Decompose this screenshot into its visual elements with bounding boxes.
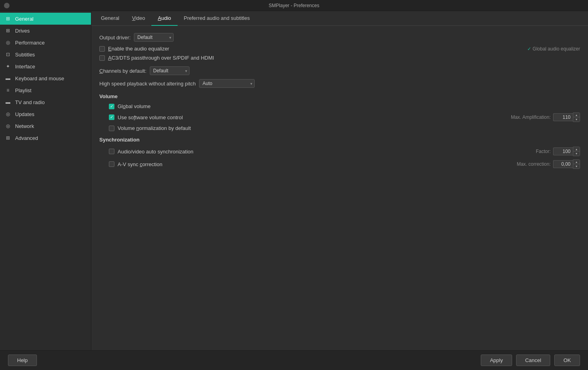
max-correction-spinbox: ▲ ▼ <box>553 159 580 169</box>
drives-icon: ⊞ <box>5 27 11 34</box>
sidebar-label-tv-radio: TV and radio <box>15 99 44 105</box>
ok-button[interactable]: OK <box>554 355 580 366</box>
tab-audio[interactable]: Audio <box>151 11 177 26</box>
sidebar-item-updates[interactable]: ◎ Updates <box>0 108 91 120</box>
sync-section-title: Synchronization <box>99 137 580 143</box>
sidebar-item-general[interactable]: ⊞ General <box>0 13 91 25</box>
sidebar-item-subtitles[interactable]: ⊡ Subtitles <box>0 48 91 60</box>
tab-bar: General Video Audio Preferred audio and … <box>91 11 588 26</box>
sidebar-label-general: General <box>15 16 33 22</box>
sidebar: ⊞ General ⊞ Drives ◎ Performance ⊡ Subti… <box>0 11 91 350</box>
channels-row: Channels by default: Default 2 4 6 <box>99 66 580 75</box>
max-correction-row: Max. correction: ▲ ▼ <box>517 159 580 169</box>
max-amp-input[interactable] <box>553 113 573 121</box>
sidebar-item-tv-radio[interactable]: ▬ TV and radio <box>0 96 91 108</box>
factor-up-button[interactable]: ▲ <box>573 147 580 151</box>
software-volume-label[interactable]: Use software volume control <box>118 114 183 120</box>
tab-preferred[interactable]: Preferred audio and subtitles <box>178 11 256 26</box>
updates-icon: ◎ <box>5 111 11 117</box>
factor-down-button[interactable]: ▼ <box>573 151 580 156</box>
apply-button[interactable]: Apply <box>481 355 512 366</box>
window-title: SMPlayer - Preferences <box>269 3 319 8</box>
ac3-label[interactable]: AC3/DTS passthrough over S/PDIF and HDMI <box>108 55 214 61</box>
sidebar-label-network: Network <box>15 123 34 129</box>
channels-select-wrapper: Default 2 4 6 <box>150 66 190 75</box>
global-audio-checkmark: ✓ <box>527 46 531 52</box>
auto-sync-row: Audio/video auto synchronization Factor:… <box>99 147 580 156</box>
auto-sync-label[interactable]: Audio/video auto synchronization <box>118 149 193 155</box>
normalization-checkbox[interactable] <box>109 126 114 131</box>
sidebar-label-playlist: Playlist <box>15 87 31 93</box>
pitch-select[interactable]: Auto Yes No <box>199 79 255 88</box>
av-sync-row: A-V sync correction Max. correction: ▲ ▼ <box>99 159 580 169</box>
auto-sync-checkbox-row: Audio/video auto synchronization <box>109 149 193 155</box>
software-volume-checkbox[interactable] <box>109 114 114 120</box>
output-driver-select-wrapper: Default pulse alsa oss <box>134 33 174 42</box>
enable-equalizer-label[interactable]: Enable the audio equalizer <box>108 46 169 52</box>
audio-tab-content: Output driver: Default pulse alsa oss En… <box>91 26 588 350</box>
factor-input[interactable] <box>553 147 573 155</box>
tab-video[interactable]: Video <box>126 11 151 26</box>
ac3-checkbox-row: AC3/DTS passthrough over S/PDIF and HDMI <box>99 55 580 61</box>
tv-radio-icon: ▬ <box>5 99 11 105</box>
sidebar-item-network[interactable]: ◎ Network <box>0 120 91 132</box>
action-buttons: Apply Cancel OK <box>481 355 580 366</box>
normalization-label[interactable]: Volume normalization by default <box>118 125 191 131</box>
sidebar-item-drives[interactable]: ⊞ Drives <box>0 25 91 37</box>
factor-spinbox-buttons: ▲ ▼ <box>573 147 580 156</box>
global-volume-row: Global volume <box>109 103 580 109</box>
titlebar: SMPlayer - Preferences <box>0 0 588 11</box>
sidebar-item-keyboard[interactable]: ▬ Keyboard and mouse <box>0 72 91 84</box>
sidebar-label-subtitles: Subtitles <box>15 52 35 58</box>
general-icon: ⊞ <box>5 15 11 22</box>
max-amp-spinbox-buttons: ▲ ▼ <box>573 112 580 122</box>
enable-equalizer-checkbox[interactable] <box>99 46 105 52</box>
pitch-select-wrapper: Auto Yes No <box>199 79 255 88</box>
max-correction-spinbox-buttons: ▲ ▼ <box>573 159 580 169</box>
sidebar-item-playlist[interactable]: ≡ Playlist <box>0 84 91 96</box>
advanced-icon: ⊞ <box>5 135 11 141</box>
help-button[interactable]: Help <box>8 355 37 366</box>
ac3-checkbox[interactable] <box>99 55 105 61</box>
av-sync-checkbox-row: A-V sync correction <box>109 161 162 167</box>
global-volume-label[interactable]: Global volume <box>118 103 151 109</box>
content-panel: General Video Audio Preferred audio and … <box>91 11 588 350</box>
channels-select[interactable]: Default 2 4 6 <box>150 66 190 75</box>
pitch-row: High speed playback without altering pit… <box>99 79 580 88</box>
playlist-icon: ≡ <box>5 87 11 93</box>
performance-icon: ◎ <box>5 39 11 46</box>
normalization-row: Volume normalization by default <box>109 125 580 131</box>
volume-section-title: Volume <box>99 93 580 99</box>
keyboard-icon: ▬ <box>5 75 11 81</box>
av-sync-checkbox[interactable] <box>109 161 114 167</box>
cancel-button[interactable]: Cancel <box>516 355 550 366</box>
sidebar-item-performance[interactable]: ◎ Performance <box>0 37 91 48</box>
max-correction-down-button[interactable]: ▼ <box>573 164 580 169</box>
output-driver-select[interactable]: Default pulse alsa oss <box>134 33 174 42</box>
sidebar-label-interface: Interface <box>15 64 35 70</box>
max-correction-input[interactable] <box>553 160 573 168</box>
output-driver-label: Output driver: <box>99 35 131 41</box>
max-correction-up-button[interactable]: ▲ <box>573 160 580 164</box>
max-amp-down-button[interactable]: ▼ <box>573 117 580 122</box>
pitch-label: High speed playback without altering pit… <box>99 81 196 87</box>
global-volume-checkbox[interactable] <box>109 104 114 109</box>
av-sync-label[interactable]: A-V sync correction <box>118 161 162 167</box>
output-driver-row: Output driver: Default pulse alsa oss <box>99 33 580 42</box>
tab-general[interactable]: General <box>95 11 126 26</box>
global-audio-label: ✓ Global audio equalizer <box>527 46 580 52</box>
bottom-bar: Help Apply Cancel OK <box>0 350 588 370</box>
sidebar-label-keyboard: Keyboard and mouse <box>15 76 64 81</box>
max-amp-row: Max. Amplification: ▲ ▼ <box>511 112 580 122</box>
subtitles-icon: ⊡ <box>5 51 11 58</box>
sidebar-label-advanced: Advanced <box>15 135 38 141</box>
max-amp-up-button[interactable]: ▲ <box>573 113 580 117</box>
factor-spinbox: ▲ ▼ <box>553 147 580 156</box>
max-amp-label: Max. Amplification: <box>511 114 551 120</box>
sidebar-item-advanced[interactable]: ⊞ Advanced <box>0 132 91 144</box>
auto-sync-checkbox[interactable] <box>109 149 114 154</box>
close-button[interactable] <box>4 3 10 8</box>
enable-equalizer-checkbox-row: Enable the audio equalizer <box>99 46 169 52</box>
factor-label: Factor: <box>536 149 551 154</box>
sidebar-item-interface[interactable]: ✦ Interface <box>0 60 91 72</box>
